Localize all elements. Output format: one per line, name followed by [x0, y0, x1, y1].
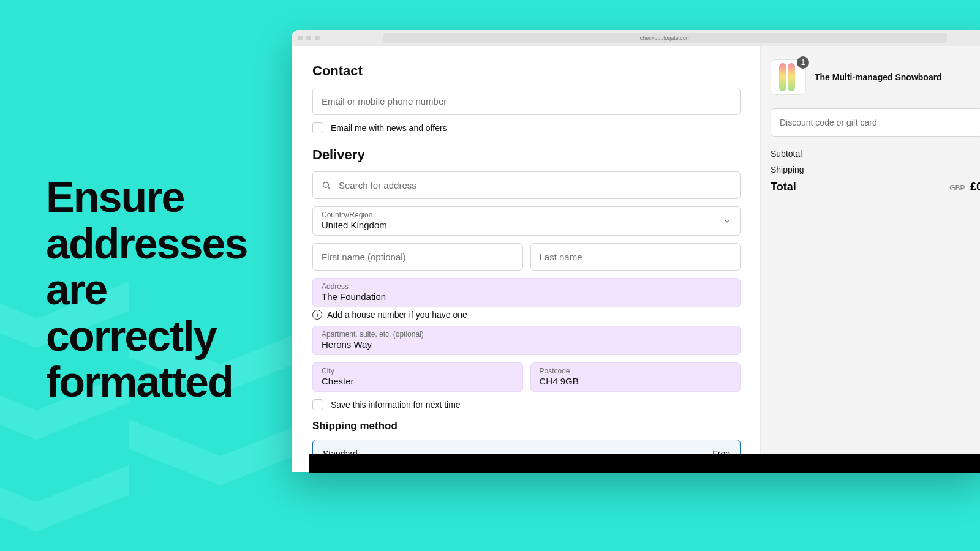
browser-window: checkout.loqate.com Contact Email or mob…	[292, 30, 980, 472]
window-zoom-icon[interactable]	[315, 36, 320, 40]
order-summary-sidebar: 1 The Multi-managed Snowboard Discount c…	[761, 46, 980, 472]
city-label: City	[322, 367, 334, 375]
discount-code-field[interactable]: Discount code or gift card	[771, 108, 980, 137]
newsletter-checkbox[interactable]	[312, 122, 323, 133]
subtotal-line: Subtotal	[771, 149, 980, 159]
delivery-heading: Delivery	[312, 147, 741, 163]
email-placeholder: Email or mobile phone number	[322, 96, 447, 107]
address-search-placeholder: Search for address	[339, 180, 417, 190]
frame-bottom-bar	[309, 454, 980, 473]
city-field[interactable]: City Chester	[312, 362, 523, 392]
product-thumbnail: 1	[771, 59, 806, 95]
newsletter-checkbox-row[interactable]: Email me with news and offers	[312, 122, 741, 133]
subtotal-label: Subtotal	[771, 149, 802, 159]
save-info-checkbox-row[interactable]: Save this information for next time	[312, 399, 741, 410]
search-icon	[322, 181, 331, 190]
last-name-field[interactable]: Last name	[530, 243, 741, 271]
country-value: United Kingdom	[322, 220, 387, 230]
last-name-placeholder: Last name	[540, 252, 582, 262]
total-amount: £0	[970, 181, 980, 193]
product-name: The Multi-managed Snowboard	[815, 72, 942, 82]
window-minimize-icon[interactable]	[306, 36, 311, 40]
address-search-field[interactable]: Search for address	[312, 171, 741, 199]
checkout-main: Contact Email or mobile phone number Ema…	[292, 46, 761, 472]
first-name-placeholder: First name (optional)	[322, 252, 406, 262]
info-icon: i	[312, 310, 322, 320]
email-field[interactable]: Email or mobile phone number	[312, 88, 741, 115]
contact-heading: Contact	[312, 63, 741, 79]
save-info-checkbox[interactable]	[312, 399, 323, 410]
window-close-icon[interactable]	[298, 36, 303, 40]
shipping-method-heading: Shipping method	[312, 420, 741, 432]
address-field[interactable]: Address The Foundation	[312, 278, 741, 307]
postcode-label: Postcode	[540, 367, 570, 375]
quantity-badge: 1	[797, 56, 809, 69]
total-currency: GBP	[949, 184, 965, 192]
chevron-down-icon	[723, 217, 731, 225]
apartment-label: Apartment, suite, etc. (optional)	[322, 330, 424, 339]
shipping-label: Shipping	[771, 165, 804, 174]
apartment-value: Herons Way	[322, 339, 372, 350]
first-name-field[interactable]: First name (optional)	[312, 243, 523, 271]
url-bar[interactable]: checkout.loqate.com	[383, 33, 947, 43]
svg-point-0	[323, 182, 329, 187]
svg-line-1	[328, 187, 330, 189]
country-label: Country/Region	[322, 211, 372, 219]
window-controls	[298, 36, 320, 40]
house-number-hint: i Add a house number if you have one	[312, 310, 741, 320]
city-value: Chester	[322, 376, 354, 386]
save-info-label: Save this information for next time	[331, 400, 461, 410]
address-label: Address	[322, 282, 349, 291]
browser-title-bar: checkout.loqate.com	[292, 30, 980, 46]
address-value: The Foundation	[322, 291, 386, 302]
discount-placeholder: Discount code or gift card	[780, 118, 877, 127]
postcode-value: CH4 9GB	[540, 376, 579, 386]
house-hint-text: Add a house number if you have one	[327, 310, 467, 320]
postcode-field[interactable]: Postcode CH4 9GB	[530, 362, 741, 392]
total-line: Total GBP £0	[771, 181, 980, 193]
shipping-line: Shipping	[771, 165, 980, 174]
apartment-field[interactable]: Apartment, suite, etc. (optional) Herons…	[312, 326, 741, 355]
total-label: Total	[771, 181, 796, 193]
country-select[interactable]: Country/Region United Kingdom	[312, 206, 741, 236]
cart-item: 1 The Multi-managed Snowboard	[771, 59, 980, 95]
newsletter-label: Email me with news and offers	[331, 123, 447, 133]
marketing-headline: Ensure addresses are correctly formatted	[46, 174, 279, 406]
